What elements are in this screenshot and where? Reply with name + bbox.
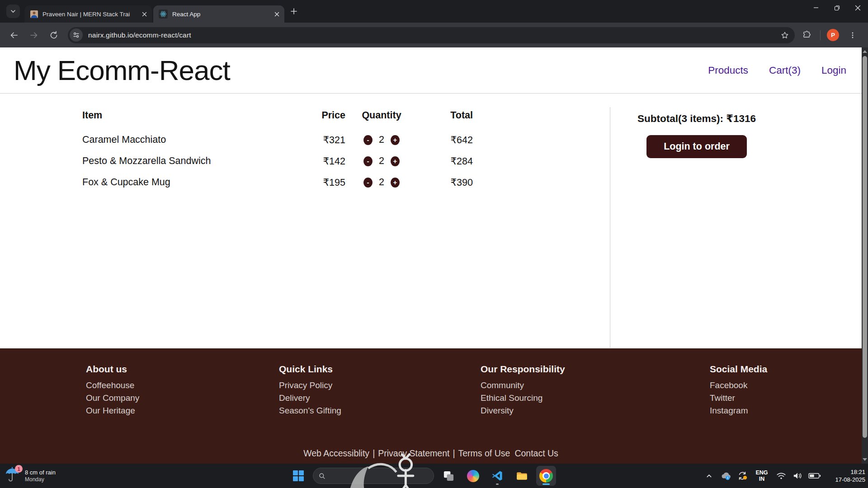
vscode-running-indicator: [496, 483, 499, 485]
nav-login-link[interactable]: Login: [821, 65, 846, 76]
language-indicator[interactable]: ENG IN: [752, 469, 771, 482]
system-tray: i ENG IN: [702, 464, 865, 488]
task-view-button[interactable]: [439, 466, 458, 486]
language-line2: IN: [752, 476, 771, 482]
footer-link[interactable]: Facebook: [710, 379, 767, 392]
toolbar-separator: [820, 30, 821, 40]
footer-column-responsibility: Our Responsibility Community Ethical Sou…: [481, 364, 565, 417]
nav-products-link[interactable]: Products: [708, 65, 748, 76]
weather-alert-badge: 1: [15, 465, 23, 473]
plus-icon: [291, 8, 297, 14]
col-header-quantity: Quantity: [345, 110, 418, 129]
login-to-order-button[interactable]: Login to order: [646, 135, 747, 158]
windows-logo-icon: [292, 470, 304, 482]
footer-link[interactable]: Diversity: [481, 404, 565, 417]
site-settings-icon[interactable]: [70, 28, 83, 42]
chevron-down-icon: [10, 8, 16, 14]
footer-link[interactable]: Twitter: [710, 392, 767, 404]
footer-link[interactable]: Ethical Sourcing: [481, 392, 565, 404]
bookmark-star-button[interactable]: [778, 28, 792, 42]
copilot-icon: [467, 470, 479, 482]
taskbar-center: [288, 464, 556, 488]
footer-link[interactable]: Instagram: [710, 404, 767, 417]
footer-bottom-link[interactable]: Contact Us: [514, 448, 558, 458]
tab-close-icon[interactable]: [140, 10, 148, 18]
battery-tray-icon[interactable]: [808, 468, 821, 483]
star-icon: [781, 31, 789, 39]
volume-tray-icon[interactable]: [791, 468, 805, 483]
taskbar-clock[interactable]: 18:21 17-08-2025: [826, 468, 865, 483]
nav-cart-link[interactable]: Cart(3): [769, 65, 801, 76]
item-price: ₹321: [298, 129, 345, 150]
address-bar[interactable]: nairx.github.io/ecomm-react/cart: [68, 27, 795, 43]
quantity-decrease-button[interactable]: -: [363, 178, 373, 188]
svg-text:i: i: [727, 476, 728, 480]
extensions-button[interactable]: [799, 28, 814, 42]
window-minimize-button[interactable]: [806, 0, 826, 15]
quantity-increase-button[interactable]: +: [391, 135, 400, 145]
footer-link[interactable]: Community: [481, 379, 565, 392]
chrome-button-active[interactable]: [536, 466, 556, 486]
file-explorer-button[interactable]: [512, 466, 532, 486]
quantity-stepper: - 2 +: [345, 129, 418, 150]
clock-time: 18:21: [826, 468, 865, 476]
language-line1: ENG: [752, 469, 771, 476]
weather-line2: Monday: [25, 476, 56, 483]
quantity-value: 2: [379, 177, 384, 188]
scrollbar-thumb[interactable]: [863, 56, 867, 438]
quantity-increase-button[interactable]: +: [391, 156, 400, 166]
sync-update-tray-icon[interactable]: [736, 468, 749, 483]
window-restore-button[interactable]: [826, 0, 847, 15]
quantity-decrease-button[interactable]: -: [363, 135, 373, 145]
item-total: ₹284: [418, 150, 473, 172]
forward-button[interactable]: [25, 27, 42, 44]
item-name: Caramel Macchiato: [82, 129, 298, 150]
window-close-button[interactable]: [847, 0, 868, 15]
footer-bottom-link[interactable]: Terms of Use: [458, 448, 510, 458]
footer-link[interactable]: Coffeehouse: [86, 379, 139, 392]
browser-tab-react-app[interactable]: React App: [153, 5, 284, 23]
onedrive-tray-icon[interactable]: i: [719, 468, 732, 483]
footer-link[interactable]: Privacy Policy: [279, 379, 341, 392]
footer-link[interactable]: Our Company: [86, 392, 139, 404]
new-tab-button[interactable]: [287, 5, 301, 18]
url-text[interactable]: nairx.github.io/ecomm-react/cart: [88, 31, 778, 39]
footer-heading: Social Media: [710, 364, 767, 375]
tab-search-button[interactable]: [6, 5, 20, 18]
back-button[interactable]: [5, 27, 23, 44]
cart-row: Fox & Cupcake Mug ₹195 - 2 + ₹390: [82, 172, 473, 193]
footer-link[interactable]: Season's Gifting: [279, 404, 341, 417]
wifi-tray-icon[interactable]: [774, 468, 788, 483]
browser-tab-strip: Praveen Nair | MERN Stack Trai React App: [0, 0, 868, 23]
tab-close-icon[interactable]: [273, 10, 281, 18]
screen: Praveen Nair | MERN Stack Trai React App: [0, 0, 868, 488]
chevron-up-icon: [706, 473, 712, 479]
quantity-increase-button[interactable]: +: [391, 178, 400, 188]
tray-overflow-button[interactable]: [702, 468, 716, 483]
cart-row: Pesto & Mozzarella Sandwich ₹142 - 2 + ₹…: [82, 150, 473, 172]
quantity-decrease-button[interactable]: -: [363, 156, 373, 166]
col-header-price: Price: [298, 110, 345, 129]
weather-line1: 8 cm of rain: [25, 469, 56, 476]
footer-link[interactable]: Our Heritage: [86, 404, 139, 417]
scrollbar-up-arrow[interactable]: [863, 50, 867, 53]
profile-avatar[interactable]: P: [827, 29, 839, 41]
copilot-button[interactable]: [463, 466, 483, 486]
browser-menu-button[interactable]: [845, 28, 860, 42]
page-scrollbar[interactable]: [862, 47, 868, 464]
reload-icon: [49, 31, 58, 40]
col-header-total: Total: [418, 110, 473, 129]
footer-link[interactable]: Delivery: [279, 392, 341, 404]
taskbar-weather-widget[interactable]: 1 8 cm of rain Monday: [5, 466, 56, 485]
item-price: ₹142: [298, 150, 345, 172]
scrollbar-down-arrow[interactable]: [863, 458, 867, 461]
reload-button[interactable]: [45, 27, 62, 44]
summary-divider: [610, 107, 610, 348]
vscode-button[interactable]: [487, 466, 507, 486]
puzzle-icon: [802, 31, 811, 39]
search-input[interactable]: [329, 472, 331, 480]
taskbar-search-box[interactable]: [313, 468, 434, 484]
browser-tab-praveen[interactable]: Praveen Nair | MERN Stack Trai: [24, 5, 152, 23]
start-button[interactable]: [288, 466, 308, 486]
forward-arrow-icon: [29, 31, 38, 40]
